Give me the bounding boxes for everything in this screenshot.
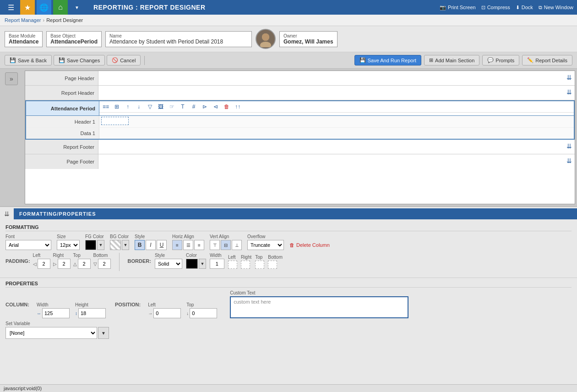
report-header-content[interactable]: ⇊	[98, 86, 575, 100]
collapse-group-icon[interactable]: ↑↑	[233, 102, 242, 111]
page-header-collapse[interactable]: ⇊	[566, 74, 572, 81]
save-run-button[interactable]: 💾 Save And Run Report	[354, 55, 421, 65]
custom-text-area[interactable]: custom text here	[230, 296, 408, 318]
sort-asc-icon[interactable]: ↑	[123, 102, 132, 111]
border-style-select[interactable]: Solid None Dashed	[155, 259, 182, 269]
export-icon[interactable]: ⊳	[200, 102, 209, 111]
bg-color-box[interactable]	[110, 240, 121, 250]
new-window-button[interactable]: ⧉ New Window	[539, 5, 573, 11]
align-left-icon[interactable]: ≡≡	[101, 102, 110, 111]
size-select[interactable]: 12px	[57, 240, 80, 250]
pos-top-input[interactable]	[190, 308, 217, 318]
col-width-input[interactable]: 125	[42, 308, 70, 318]
overflow-select[interactable]: Truncate Wrap Expand	[247, 240, 284, 250]
report-details-button[interactable]: ✏️ Report Details	[522, 55, 572, 65]
padding-bottom-input[interactable]	[98, 259, 111, 269]
toggle-sidebar-button[interactable]: »	[5, 72, 18, 85]
compress-icon: ⊡	[481, 5, 485, 11]
pos-left-input[interactable]	[153, 308, 181, 318]
toolbar-separator	[144, 56, 145, 65]
font-select[interactable]: Arial	[5, 240, 51, 250]
border-top-toggle[interactable]	[255, 261, 264, 269]
padding-top-input[interactable]	[78, 259, 91, 269]
padding-right-input[interactable]	[58, 259, 71, 269]
header1-row: Header 1	[26, 116, 574, 128]
text-icon[interactable]: T	[178, 102, 187, 111]
bold-button[interactable]: B	[135, 240, 145, 250]
italic-button[interactable]: I	[146, 240, 156, 250]
col-height-label: Height	[75, 302, 106, 307]
border-right-toggle[interactable]	[241, 261, 250, 269]
home-icon[interactable]: ⌂	[53, 0, 68, 15]
valign-top-button[interactable]: ⊤	[210, 240, 220, 250]
border-top-group: Top	[255, 255, 264, 269]
hamburger-icon[interactable]: ☰	[4, 0, 18, 15]
header1-content[interactable]	[99, 116, 574, 127]
border-left-toggle[interactable]	[228, 261, 237, 269]
dock-button[interactable]: ⬇ Dock	[516, 5, 533, 11]
fp-title-bar: FORMATTING/PROPERTIES	[14, 208, 577, 219]
underline-button[interactable]: U	[157, 240, 167, 250]
chevron-down-icon[interactable]: ▼	[70, 0, 84, 15]
padding-top-group: Top △	[73, 253, 91, 269]
fp-collapse-button[interactable]: ⇊	[0, 207, 14, 221]
sort-desc-icon[interactable]: ↓	[134, 102, 143, 111]
fg-color-label: FG Color	[85, 234, 104, 239]
align-left-button[interactable]: ≡	[172, 240, 182, 250]
report-footer-collapse[interactable]: ⇊	[566, 142, 572, 150]
bg-color-arrow[interactable]: ▼	[122, 240, 129, 250]
valign-bot-button[interactable]: ⊥	[232, 240, 242, 250]
report-header-collapse[interactable]: ⇊	[566, 88, 572, 96]
col-height-input[interactable]: 18	[78, 308, 106, 318]
cancel-button[interactable]: 🚫 Cancel	[107, 55, 141, 65]
formatting-section: FORMATTING Font Arial Size 12px FG Color	[0, 221, 577, 278]
compress-button[interactable]: ⊡ Compress	[481, 5, 510, 11]
delete-column-button[interactable]: 🗑 Delete Column	[289, 242, 330, 248]
data1-content[interactable]	[99, 128, 574, 139]
overflow-label: Overflow	[247, 234, 284, 239]
border-bottom-toggle[interactable]	[268, 261, 277, 269]
name-value: Attendance by Student with Period Detail…	[109, 38, 248, 45]
style-group: Style B I U	[135, 234, 167, 250]
star-icon[interactable]: ★	[20, 0, 35, 15]
border-color-arrow[interactable]: ▼	[199, 259, 206, 269]
save-run-icon: 💾	[359, 57, 366, 63]
image-icon[interactable]: 🖼	[156, 102, 165, 111]
delete-section-icon[interactable]: 🗑	[222, 102, 231, 111]
base-module-value: Attendance	[9, 38, 38, 45]
fg-color-group: FG Color ▼	[85, 234, 104, 250]
print-screen-button[interactable]: 📷 Print Screen	[440, 5, 476, 11]
page-footer-collapse[interactable]: ⇊	[566, 157, 572, 164]
fg-color-box[interactable]	[85, 240, 96, 250]
border-width-input[interactable]	[210, 259, 224, 269]
border-color-box[interactable]	[186, 259, 198, 269]
valign-mid-button[interactable]: ⊟	[221, 240, 231, 250]
prompts-button[interactable]: 💬 Prompts	[482, 55, 519, 65]
padding-left-input[interactable]: 2	[38, 259, 50, 269]
align-center-button[interactable]: ☰	[183, 240, 193, 250]
import-icon[interactable]: ⊲	[211, 102, 220, 111]
align-right-button[interactable]: ≡	[194, 240, 204, 250]
size-label: Size	[57, 234, 80, 239]
header1-field[interactable]	[101, 117, 129, 125]
globe-icon[interactable]: 🌐	[37, 0, 51, 15]
page-header-content[interactable]: ⇊	[98, 71, 575, 85]
add-section-button[interactable]: ⊞ Add Main Section	[424, 55, 479, 65]
save-back-button[interactable]: 💾 Save & Back	[5, 55, 52, 65]
save-changes-button[interactable]: 💾 Save Changes	[54, 55, 105, 65]
fp-header: ⇊ FORMATTING/PROPERTIES	[0, 207, 577, 221]
filter-icon[interactable]: ▽	[145, 102, 154, 111]
page-footer-content[interactable]: ⇊	[98, 154, 575, 169]
fg-color-arrow[interactable]: ▼	[97, 240, 104, 250]
set-variable-select[interactable]: [None]	[5, 327, 97, 339]
report-footer-content[interactable]: ⇊	[98, 140, 575, 154]
pos-left-icon: →	[148, 311, 152, 316]
properties-row1: COLUMN: Width ↔ 125 Height ↕ 18 POSITION…	[5, 290, 572, 318]
add-col-icon[interactable]: ⊞	[112, 102, 121, 111]
set-variable-arrow[interactable]: ▼	[98, 327, 109, 339]
padding-top-label: Top	[73, 253, 91, 258]
header1-label: Header 1	[26, 116, 99, 127]
calc-icon[interactable]: #	[189, 102, 198, 111]
breadcrumb-report-manager[interactable]: Report Manager	[5, 17, 41, 23]
cursor-icon[interactable]: ☞	[167, 102, 176, 111]
